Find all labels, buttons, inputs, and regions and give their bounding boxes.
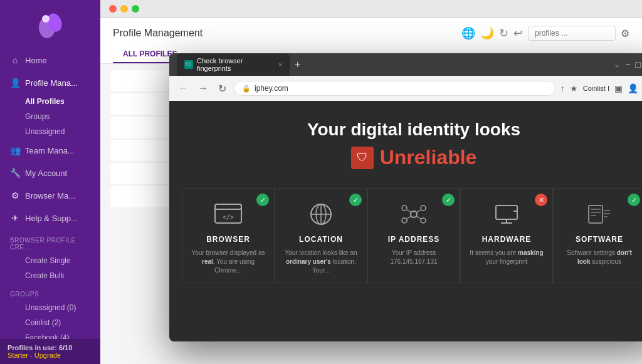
browser-mgmt-icon: ⚙ [10,190,20,200]
new-tab-button[interactable]: + [295,59,300,70]
refresh-button[interactable]: ↻ [216,81,229,96]
browser-card-desc: Your browser displayed as real. You are … [190,249,266,275]
ip-icon-svg [398,202,429,227]
app-logo [34,10,66,41]
sidebar-item-my-account[interactable]: 🔧 My Account [0,162,100,184]
sidebar-item-account-label: My Account [25,169,67,178]
sidebar-item-help[interactable]: ✈ Help & Supp... [0,207,100,229]
identity-heading: Your digital identity looks [307,120,520,140]
home-icon: ⌂ [10,55,20,65]
profile-icon: 👤 [10,78,20,88]
sidebar: ⌂ Home 👤 Profile Mana... All Profiles Gr… [0,0,100,364]
address-bar[interactable]: 🔒 iphey.com [234,81,555,96]
sidebar-group-unassigned[interactable]: Unassigned (0) [0,300,100,315]
sidebar-item-home[interactable]: ⌂ Home [0,49,100,71]
software-card-desc: Software settings don't look suspicious [561,249,638,266]
unreliable-row: 🛡 Unreliable [351,146,477,169]
svg-point-2 [42,15,50,23]
svg-point-14 [421,218,426,223]
sidebar-footer: Profiles in use: 6/10 Starter - Upgrade [0,339,100,364]
chevron-down-icon[interactable]: ⌄ [614,60,620,69]
sidebar-group-facebook[interactable]: Facebook (4) [0,330,100,339]
svg-point-12 [421,205,426,211]
minimize-window-button[interactable] [120,5,128,13]
ip-address-card: ✓ IP AD [368,189,460,283]
sidebar-item-browser-label: Browser Ma... [25,191,75,200]
page-title: Profile Management [113,28,203,39]
share-icon[interactable]: ↑ [560,83,565,93]
sidebar-subitem-all-profiles[interactable]: All Profiles [0,94,100,109]
minimize-browser-button[interactable]: − [625,60,630,70]
browser-tab-active[interactable]: 🛡 Check browser fingerprints × [177,53,290,76]
location-card: ✓ LOCATION Your location looks like an o… [275,189,367,283]
location-card-icon [302,199,340,230]
unreliable-text: Unreliable [380,146,477,169]
location-card-title: LOCATION [299,235,343,244]
svg-line-16 [416,210,421,212]
software-card-badge: ✓ [628,194,640,206]
fingerprint-cards: ✓ </> BROWSER Your browser displayed as … [182,188,642,283]
forward-button[interactable]: → [196,81,211,95]
hardware-card-icon [488,199,525,230]
hardware-card-badge: ✕ [535,194,547,206]
sidebar-subitem-unassigned[interactable]: Unassigned [0,124,100,139]
hardware-card: ✕ HARDWARE It seems you are masking your… [461,189,553,283]
browser-icon-svg: </> [213,202,244,227]
sidebar-subitem-groups[interactable]: Groups [0,109,100,124]
nav-globe-icon[interactable]: 🌐 [461,26,475,40]
profiles-in-use: Profiles in use: 6/10 [8,344,93,351]
url-text: iphey.com [255,84,547,93]
profile-switcher-icon[interactable]: 👤 [628,83,638,93]
close-window-button[interactable] [109,5,117,13]
search-input[interactable] [528,26,616,41]
settings-gear-icon[interactable]: ⚙ [621,28,629,39]
toolbar-right-controls: ↑ ★ Coinlist I ▣ 👤 ⋮ [560,83,642,93]
browser-profile-section-label: Browser Profile Cre... [0,229,100,253]
sidebar-group-coinlist[interactable]: Coinlist (2) [0,315,100,330]
ip-card-icon [395,199,433,230]
browser-titlebar: 🛡 Check browser fingerprints × + ⌄ − □ × [169,53,642,76]
tab-favicon: 🛡 [184,60,193,69]
nav-back-icon[interactable]: ↩ [513,26,523,40]
star-icon[interactable]: ★ [570,83,578,93]
sidebar-item-team-management[interactable]: 👥 Team Mana... [0,139,100,162]
maximize-window-button[interactable] [132,5,139,13]
upgrade-link[interactable]: Starter - Upgrade [8,351,93,359]
browser-card-title: BROWSER [206,235,250,244]
sidebar-create-single[interactable]: Create Single [0,253,100,268]
svg-line-17 [407,216,411,219]
sidebar-item-home-label: Home [25,56,47,65]
maximize-browser-button[interactable]: □ [635,60,640,70]
location-icon-svg [305,202,337,227]
browser-popup-window: 🛡 Check browser fingerprints × + ⌄ − □ ×… [169,53,642,341]
header-title-row: Profile Management 🌐 🌙 ↻ ↩ ⚙ [113,26,629,41]
browser-card-badge: ✓ [256,194,269,206]
sidebar-item-profile-management[interactable]: 👤 Profile Mana... [0,71,100,94]
svg-line-15 [407,210,411,212]
ip-card-desc: Your IP address 176.145.167.131 [376,249,452,266]
lock-icon: 🔒 [242,85,251,93]
svg-point-11 [402,205,407,211]
location-card-desc: Your location looks like an ordinary use… [283,249,359,275]
svg-rect-19 [496,205,517,219]
sidebar-item-browser-management[interactable]: ⚙ Browser Ma... [0,184,100,207]
software-card-title: SOFTWARE [576,235,623,244]
back-button[interactable]: ← [176,81,191,95]
shield-icon: 🛡 [351,147,374,169]
account-icon: 🔧 [10,168,20,178]
tab-close-icon[interactable]: × [278,61,282,68]
svg-point-13 [402,218,407,223]
bookmark-coinlist[interactable]: Coinlist I [583,85,609,92]
browser-card-icon: </> [209,199,247,230]
browser-tab-label: Check browser fingerprints [197,57,272,72]
traffic-lights [109,5,139,13]
ip-card-badge: ✓ [442,194,455,206]
reader-mode-icon[interactable]: ▣ [614,83,623,93]
nav-refresh-icon[interactable]: ↻ [499,26,508,40]
hardware-card-title: HARDWARE [482,235,532,244]
sidebar-create-bulk[interactable]: Create Bulk [0,268,100,283]
help-icon: ✈ [10,213,20,223]
browser-content: Your digital identity looks 🛡 Unreliable… [169,101,642,341]
sidebar-item-profile-label: Profile Mana... [25,78,78,88]
nav-moon-icon[interactable]: 🌙 [480,26,494,40]
